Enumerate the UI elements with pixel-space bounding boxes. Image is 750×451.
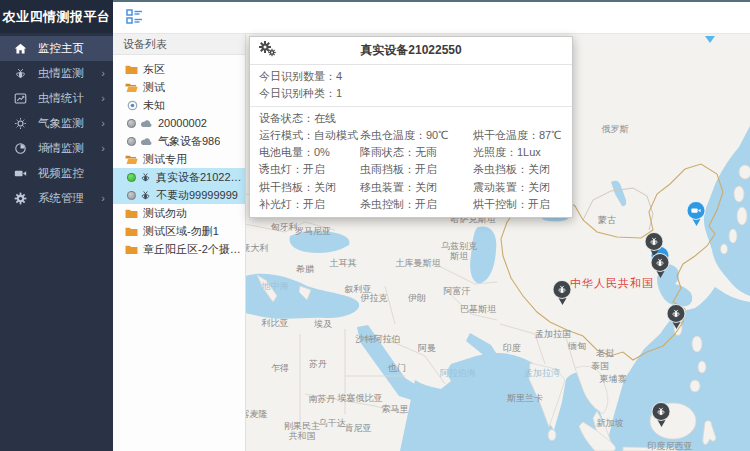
tree-group-row[interactable]: 东区 [113, 60, 245, 78]
header-bar [113, 0, 750, 34]
bug-icon [645, 232, 664, 251]
tree-item-label: 未知 [143, 98, 165, 113]
folder-closed-icon [125, 244, 138, 255]
insect-device-pin[interactable] [553, 280, 574, 306]
device-param: 补光灯：开启 [259, 196, 360, 213]
sidebar-item[interactable]: 虫情监测› [0, 61, 113, 86]
sidebar-item[interactable]: 视频监控 [0, 161, 113, 186]
app-title: 农业四情测报平台 [0, 0, 113, 33]
device-tree-toggle-icon[interactable] [126, 8, 143, 25]
chevron-right-icon: › [101, 93, 105, 104]
tree-device-row[interactable]: 不要动99999999 [113, 186, 245, 204]
tree-group-row[interactable]: 测试专用 [113, 150, 245, 168]
tree-item-label: 测试专用 [143, 152, 187, 167]
tree-device-row[interactable]: 气象设备986 [113, 132, 245, 150]
chevron-right-icon: › [101, 118, 105, 129]
device-param: 降雨状态：无雨 [360, 144, 473, 161]
device-param: 移虫装置：关闭 [360, 179, 473, 196]
home-icon [13, 42, 27, 56]
device-param: 电池电量：0% [259, 144, 360, 161]
camera-node-icon [127, 100, 138, 111]
device-param: 烘干仓温度：87℃ [473, 127, 563, 144]
sidebar: 农业四情测报平台 监控主页虫情监测›虫情统计›气象监测›墒情监测›视频监控系统管… [0, 0, 113, 451]
sidebar-item[interactable]: 虫情统计› [0, 86, 113, 111]
tree-group-row[interactable]: 测试区域-勿删1 [113, 222, 245, 240]
sidebar-item[interactable]: 气象监测› [0, 111, 113, 136]
tree-item-label: 测试区域-勿删1 [143, 224, 219, 239]
bug-icon [13, 67, 27, 81]
pin-tail [559, 298, 567, 305]
device-param: 虫雨挡板：开启 [360, 161, 473, 178]
insect-device-pin[interactable] [652, 402, 673, 428]
tree-item-label: 20000002 [158, 117, 207, 129]
tree-device-row[interactable]: 未知 [113, 96, 245, 114]
weather-node-icon [140, 119, 153, 128]
device-status-line: 设备状态：在线 [259, 110, 563, 127]
folder-open-icon [125, 82, 138, 93]
popup-device-title: 真实设备21022550 [250, 37, 572, 64]
pin-tail [673, 322, 681, 329]
popup-header: 真实设备21022550 [250, 37, 572, 65]
bug-icon [553, 280, 572, 299]
status-dot-offline [127, 119, 136, 128]
folder-open-icon [125, 154, 138, 165]
sidebar-item-label: 视频监控 [38, 166, 105, 181]
tree-item-label: 不要动99999999 [156, 188, 238, 203]
recognition-stat-line: 今日识别数量：4 [259, 68, 563, 85]
device-param: 光照度：1Lux [473, 144, 563, 161]
tree-device-row[interactable]: 真实设备21022550 [113, 168, 245, 186]
tree-item-label: 东区 [143, 62, 165, 77]
device-param: 杀虫挡板：关闭 [473, 161, 563, 178]
sidebar-item-label: 虫情监测 [38, 66, 101, 81]
device-param-row: 补光灯：开启杀虫控制：开启烘干控制：开启 [259, 196, 563, 213]
sidebar-item-label: 虫情统计 [38, 91, 101, 106]
device-param: 杀虫仓温度：90℃ [360, 127, 473, 144]
sidebar-item[interactable]: 系统管理› [0, 186, 113, 211]
bug-icon [652, 402, 671, 421]
bug-icon [651, 253, 670, 272]
sidebar-item[interactable]: 监控主页 [0, 36, 113, 61]
tree-item-label: 真实设备21022550 [156, 170, 245, 185]
device-tree: 东区测试未知20000002气象设备986测试专用真实设备21022550不要动… [113, 55, 245, 258]
tree-item-label: 测试勿动 [143, 206, 187, 221]
popup-grid: 运行模式：自动模式杀虫仓温度：90℃烘干仓温度：87℃电池电量：0%降雨状态：无… [259, 127, 563, 213]
popup-body: 今日识别数量：4今日识别种类：1 设备状态：在线 运行模式：自动模式杀虫仓温度：… [250, 65, 572, 217]
sidebar-item-label: 墒情监测 [38, 141, 101, 156]
tree-group-row[interactable]: 测试勿动 [113, 204, 245, 222]
device-list-panel: 设备列表 东区测试未知20000002气象设备986测试专用真实设备210225… [113, 34, 246, 451]
tree-item-label: 测试 [143, 80, 165, 95]
device-param-row: 电池电量：0%降雨状态：无雨光照度：1Lux [259, 144, 563, 161]
insect-device-pin[interactable] [667, 304, 688, 330]
device-param: 烘干挡板：关闭 [259, 179, 360, 196]
sidebar-menu: 监控主页虫情监测›虫情统计›气象监测›墒情监测›视频监控系统管理› [0, 33, 113, 211]
insect-device-pin[interactable] [651, 253, 672, 279]
pin-tail [658, 420, 666, 427]
sidebar-item-label: 气象监测 [38, 116, 101, 131]
tree-group-row[interactable]: 章丘阳丘区-2个摄像头 [113, 240, 245, 258]
tree-group-row[interactable]: 测试 [113, 78, 245, 96]
camera-device-pin[interactable] [687, 201, 708, 227]
folder-closed-icon [125, 208, 138, 219]
device-param-row: 诱虫灯：开启虫雨挡板：开启杀虫挡板：关闭 [259, 161, 563, 178]
sidebar-item-label: 监控主页 [38, 41, 105, 56]
video-camera-icon [687, 201, 706, 220]
device-param: 烘干控制：开启 [473, 196, 563, 213]
sidebar-item-label: 系统管理 [38, 191, 101, 206]
chevron-right-icon: › [101, 143, 105, 154]
device-param: 杀虫控制：开启 [360, 196, 473, 213]
bug-node-icon [140, 190, 151, 201]
status-dot-offline [127, 191, 136, 200]
sidebar-item[interactable]: 墒情监测› [0, 136, 113, 161]
pin-tail [657, 271, 665, 278]
device-info-popup: 真实设备21022550 今日识别数量：4今日识别种类：1 设备状态：在线 运行… [249, 36, 573, 218]
tree-item-label: 气象设备986 [158, 134, 220, 149]
weather-node-icon [140, 137, 153, 146]
weather-icon [13, 117, 27, 131]
device-param: 震动装置：关闭 [473, 179, 563, 196]
status-dot-offline [127, 137, 136, 146]
gear-icon [13, 192, 27, 206]
chevron-right-icon: › [101, 193, 105, 204]
settings-cogs-icon[interactable] [259, 41, 277, 59]
bug-icon [667, 304, 686, 323]
tree-device-row[interactable]: 20000002 [113, 114, 245, 132]
